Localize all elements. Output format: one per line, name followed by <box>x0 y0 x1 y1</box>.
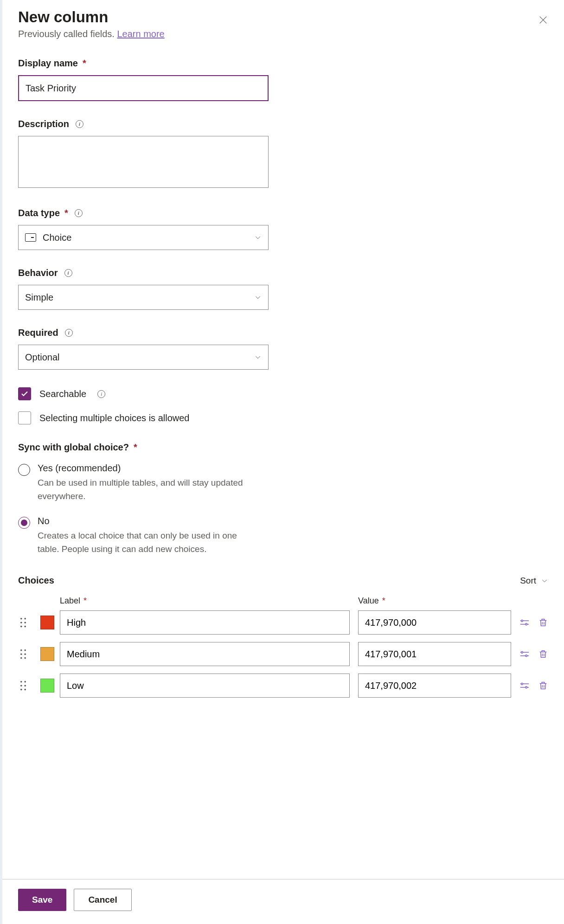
svg-point-19 <box>24 685 26 687</box>
delete-icon[interactable] <box>538 649 548 659</box>
drag-handle-icon[interactable] <box>18 649 28 659</box>
delete-icon[interactable] <box>538 617 548 628</box>
info-icon[interactable]: i <box>75 209 83 217</box>
svg-point-15 <box>526 655 527 657</box>
required-indicator: * <box>83 58 86 69</box>
svg-point-2 <box>20 622 22 623</box>
required-label: Required <box>18 327 58 338</box>
choice-label-input[interactable] <box>60 674 350 698</box>
save-button[interactable]: Save <box>18 889 66 911</box>
info-icon[interactable]: i <box>76 120 83 128</box>
svg-point-0 <box>20 618 22 620</box>
svg-point-9 <box>24 649 26 651</box>
svg-point-1 <box>24 618 26 620</box>
choice-col-label: Label <box>60 596 80 605</box>
svg-point-22 <box>521 683 523 685</box>
close-button[interactable] <box>535 12 551 29</box>
svg-point-18 <box>20 685 22 687</box>
svg-point-14 <box>521 652 523 654</box>
settings-icon[interactable] <box>519 617 530 628</box>
svg-point-11 <box>24 653 26 655</box>
sync-label: Sync with global choice? <box>18 442 129 453</box>
panel-subtitle: Previously called fields. Learn more <box>18 29 165 39</box>
data-type-value: Choice <box>43 232 71 243</box>
settings-icon[interactable] <box>519 680 530 691</box>
svg-point-21 <box>24 689 26 691</box>
delete-icon[interactable] <box>538 680 548 691</box>
display-name-input[interactable] <box>18 75 269 101</box>
sync-no-desc: Creates a local choice that can only be … <box>38 529 256 556</box>
required-indicator: * <box>134 442 137 453</box>
svg-point-10 <box>20 653 22 655</box>
chevron-down-icon <box>254 294 262 301</box>
svg-point-17 <box>24 681 26 683</box>
svg-point-23 <box>526 687 527 688</box>
choice-value-input[interactable] <box>358 674 511 698</box>
choice-row <box>18 674 548 698</box>
searchable-checkbox[interactable] <box>18 387 31 400</box>
svg-point-5 <box>24 626 26 628</box>
choice-col-value: Value <box>358 596 379 605</box>
svg-point-4 <box>20 626 22 628</box>
sync-yes-label: Yes (recommended) <box>38 463 256 474</box>
chevron-down-icon <box>541 577 548 584</box>
sync-yes-desc: Can be used in multiple tables, and will… <box>38 476 256 503</box>
svg-point-16 <box>20 681 22 683</box>
choice-row <box>18 610 548 635</box>
chevron-down-icon <box>254 353 262 361</box>
choice-label-input[interactable] <box>60 610 350 635</box>
data-type-select[interactable]: Choice <box>18 225 269 250</box>
new-column-panel: New column Previously called fields. Lea… <box>0 0 564 924</box>
choice-value-input[interactable] <box>358 610 511 635</box>
data-type-label: Data type <box>18 208 60 218</box>
svg-point-6 <box>521 620 523 622</box>
cancel-button[interactable]: Cancel <box>74 889 131 911</box>
required-indicator: * <box>64 208 68 218</box>
choice-type-icon <box>25 233 36 242</box>
multi-choice-label: Selecting multiple choices is allowed <box>39 413 190 424</box>
drag-handle-icon[interactable] <box>18 680 28 691</box>
required-value: Optional <box>25 352 60 363</box>
close-icon <box>538 19 548 26</box>
panel-title: New column <box>18 8 165 26</box>
description-input[interactable] <box>18 136 269 188</box>
svg-point-7 <box>526 623 527 625</box>
sort-button[interactable]: Sort <box>520 576 548 586</box>
sync-no-label: No <box>38 516 256 526</box>
info-icon[interactable]: i <box>64 269 72 277</box>
sort-label: Sort <box>520 576 536 586</box>
required-select[interactable]: Optional <box>18 345 269 370</box>
svg-point-20 <box>20 689 22 691</box>
color-swatch[interactable] <box>40 616 54 629</box>
learn-more-link[interactable]: Learn more <box>117 29 164 39</box>
description-label: Description <box>18 119 69 129</box>
svg-point-8 <box>20 649 22 651</box>
searchable-label: Searchable <box>39 389 86 399</box>
svg-point-12 <box>20 657 22 659</box>
choice-row <box>18 642 548 666</box>
behavior-value: Simple <box>25 292 53 303</box>
chevron-down-icon <box>254 234 262 241</box>
choices-heading: Choices <box>18 575 54 586</box>
settings-icon[interactable] <box>519 649 530 659</box>
choice-value-input[interactable] <box>358 642 511 666</box>
drag-handle-icon[interactable] <box>18 617 28 628</box>
display-name-label: Display name <box>18 58 78 69</box>
svg-point-13 <box>24 657 26 659</box>
behavior-label: Behavior <box>18 268 58 278</box>
color-swatch[interactable] <box>40 647 54 661</box>
svg-point-3 <box>24 622 26 623</box>
multi-choice-checkbox[interactable] <box>18 411 31 424</box>
color-swatch[interactable] <box>40 679 54 693</box>
choice-label-input[interactable] <box>60 642 350 666</box>
behavior-select[interactable]: Simple <box>18 285 269 310</box>
info-icon[interactable]: i <box>65 329 73 337</box>
info-icon[interactable]: i <box>97 390 105 398</box>
sync-yes-radio[interactable] <box>18 464 30 476</box>
sync-no-radio[interactable] <box>18 517 30 529</box>
